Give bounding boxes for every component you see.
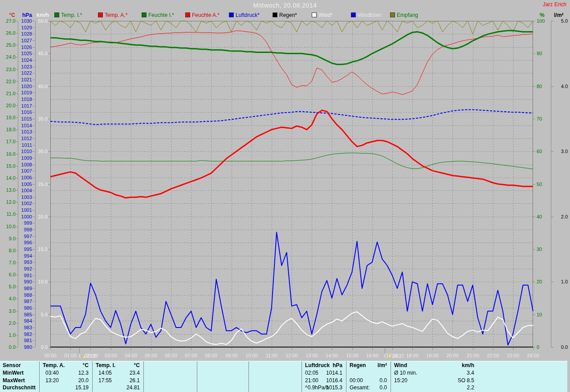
axis-tick-label: 18.0: [1, 127, 16, 132]
legend-item[interactable]: Temp. I.*: [54, 12, 82, 17]
avg-value: 2.2: [391, 384, 474, 391]
axis-tick-label: 40: [537, 214, 548, 219]
max-value: 20.0: [39, 377, 89, 384]
axis-tick-label: 982: [17, 332, 32, 337]
legend-item[interactable]: Empfang: [390, 12, 418, 17]
max-value: 1016.4: [301, 377, 342, 384]
marker-time: 16:37: [392, 353, 404, 359]
arrow-down-icon: ▼: [388, 354, 392, 359]
legend-swatch-icon: [390, 12, 395, 17]
axis-tick-label: 45.0: [32, 51, 48, 56]
axis-tick-label: 988: [17, 293, 32, 298]
legend-item[interactable]: Feuchte A.*: [185, 12, 220, 17]
time-tick-label: 09:00: [222, 353, 241, 358]
axis-tick-label: 1009: [17, 156, 32, 161]
axis-tick-label: 981: [17, 338, 32, 343]
axis-tick-label: 1018: [17, 97, 32, 102]
axis-tick-label: 1026: [17, 45, 32, 50]
max-value: 26.1: [92, 377, 140, 384]
axis-header: km/h: [31, 12, 49, 18]
axis-tick-label: 1.0: [554, 279, 568, 284]
axis-tick-label: 8.0: [1, 248, 16, 253]
legend-label: Feuchte I.*: [148, 12, 174, 18]
time-tick-label: 21:00: [463, 353, 483, 358]
table-row-label: MaxWert: [3, 377, 38, 384]
axis-tick-label: 15.0: [32, 247, 48, 252]
axis-tick-label: 1016: [17, 110, 32, 115]
axis-tick-label: 998: [17, 227, 32, 232]
axis-tick-label: 994: [17, 254, 32, 259]
table-row-label: Durchschnitt: [3, 384, 38, 391]
watermark-author: Jarz Erich: [543, 1, 566, 8]
axis-tick-label: 50: [537, 182, 548, 187]
legend-label: Regen*: [279, 12, 297, 18]
axis-header: l/m²: [554, 12, 570, 18]
time-tick-label: 18:00: [403, 353, 422, 358]
time-tick-label: 07:00: [181, 353, 201, 358]
moon-icon: ☾: [78, 354, 82, 359]
legend-item[interactable]: Wind*: [312, 12, 333, 17]
time-tick-label: 23:00: [503, 353, 523, 358]
axis-tick-label: 1005: [17, 182, 32, 187]
axis-tick-label: 1013: [17, 129, 32, 134]
axis-tick-label: 21.0: [1, 91, 16, 96]
time-tick-label: 15:00: [342, 353, 362, 358]
axis-tick-label: 5.0: [1, 284, 16, 289]
axis-tick-label: 15.0: [1, 164, 16, 169]
table-row-label: Sensor: [3, 362, 38, 369]
legend-swatch-icon: [229, 12, 234, 17]
legend-item[interactable]: Feuchte I.*: [142, 12, 174, 17]
axis-tick-label: 3.0: [554, 149, 568, 154]
min-value: 23.4: [92, 370, 140, 376]
max-value: 0.0: [346, 377, 387, 384]
legend-item[interactable]: Windböen: [351, 12, 382, 17]
legend-label: Temp. A.*: [105, 12, 127, 18]
axis-header: °C: [0, 12, 15, 18]
table-row-label: MinWert: [3, 370, 38, 376]
axis-tick-label: 0.0: [1, 345, 16, 350]
axis-tick-label: 984: [17, 319, 32, 323]
legend-item[interactable]: Temp. A.*: [98, 12, 127, 17]
axis-tick-label: 25.0: [32, 182, 48, 187]
axis-tick-label: 12.0: [1, 200, 16, 205]
time-tick-label: 20:00: [443, 353, 462, 358]
axis-tick-label: 26.0: [1, 31, 16, 36]
axis-tick-label: 1004: [17, 188, 32, 193]
axis-tick-label: 980: [17, 345, 32, 350]
axis-header: hPa: [14, 12, 32, 18]
axis-tick-label: 996: [17, 240, 32, 245]
axis-tick-label: 993: [17, 260, 32, 265]
legend-item[interactable]: Regen*: [273, 12, 297, 17]
axis-tick-label: 0.0: [32, 345, 48, 350]
time-tick-label: 19:00: [423, 353, 442, 358]
axis-tick-label: 1002: [17, 201, 32, 206]
avg-value: 15.19: [39, 384, 89, 391]
legend-item[interactable]: Luftdruck*: [229, 12, 260, 17]
axis-tick-label: 992: [17, 267, 32, 271]
axis-tick-label: 1024: [17, 58, 32, 63]
legend-swatch-icon: [312, 12, 317, 17]
axis-tick-label: 1001: [17, 208, 32, 213]
axis-tick-label: 2.0: [554, 214, 568, 219]
legend-label: Temp. I.*: [61, 12, 82, 18]
time-tick-label: 16:00: [362, 353, 382, 358]
axis-tick-label: 995: [17, 247, 32, 252]
legend-swatch-icon: [351, 12, 356, 17]
legend-label: Wind*: [318, 12, 333, 18]
axis-tick-label: 30: [537, 247, 548, 252]
weather-chart-canvas[interactable]: [0, 0, 570, 392]
axis-tick-label: 1008: [17, 162, 32, 167]
min-value: 12.3: [39, 370, 89, 376]
axis-tick-label: 4.0: [554, 84, 568, 89]
axis-tick-label: 1.0: [1, 333, 16, 338]
axis-tick-label: 1017: [17, 104, 32, 109]
axis-tick-label: 1012: [17, 136, 32, 141]
axis-tick-label: 4.0: [1, 296, 16, 301]
max-value: SO 8.5: [391, 377, 474, 384]
sensor-unit: °C: [39, 362, 89, 369]
axis-tick-label: 1007: [17, 169, 32, 174]
axis-tick-label: 60: [537, 149, 548, 154]
sensor-unit: l/m²: [346, 362, 387, 369]
axis-tick-label: 24.0: [1, 55, 16, 60]
legend-swatch-icon: [98, 12, 103, 17]
